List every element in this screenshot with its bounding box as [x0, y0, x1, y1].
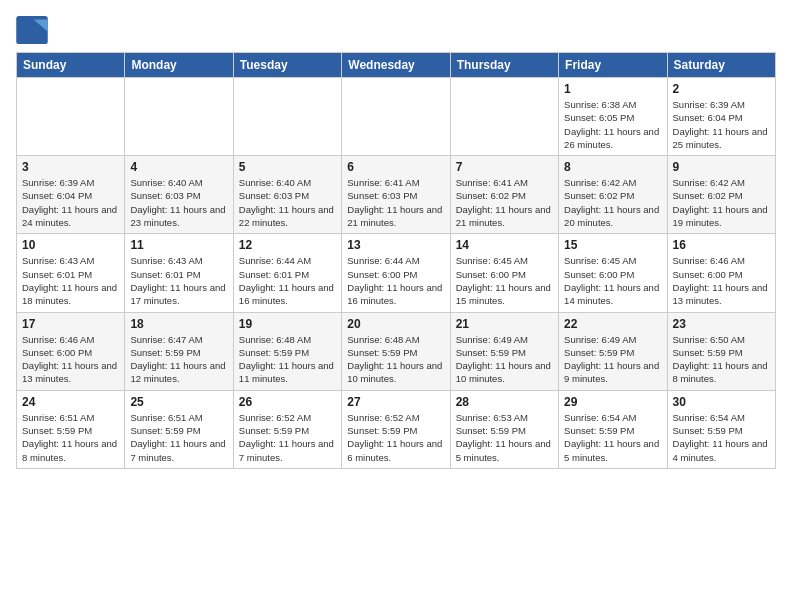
calendar-week-row: 3Sunrise: 6:39 AM Sunset: 6:04 PM Daylig…: [17, 156, 776, 234]
day-number: 1: [564, 82, 661, 96]
calendar-cell: 20Sunrise: 6:48 AM Sunset: 5:59 PM Dayli…: [342, 312, 450, 390]
day-number: 20: [347, 317, 444, 331]
day-info: Sunrise: 6:44 AM Sunset: 6:00 PM Dayligh…: [347, 254, 444, 307]
day-number: 25: [130, 395, 227, 409]
header: [16, 16, 776, 44]
calendar-cell: 28Sunrise: 6:53 AM Sunset: 5:59 PM Dayli…: [450, 390, 558, 468]
calendar-week-row: 24Sunrise: 6:51 AM Sunset: 5:59 PM Dayli…: [17, 390, 776, 468]
day-info: Sunrise: 6:53 AM Sunset: 5:59 PM Dayligh…: [456, 411, 553, 464]
day-info: Sunrise: 6:54 AM Sunset: 5:59 PM Dayligh…: [564, 411, 661, 464]
calendar-cell: 12Sunrise: 6:44 AM Sunset: 6:01 PM Dayli…: [233, 234, 341, 312]
day-number: 10: [22, 238, 119, 252]
day-number: 6: [347, 160, 444, 174]
day-number: 19: [239, 317, 336, 331]
day-info: Sunrise: 6:52 AM Sunset: 5:59 PM Dayligh…: [347, 411, 444, 464]
weekday-header: Thursday: [450, 53, 558, 78]
day-info: Sunrise: 6:46 AM Sunset: 6:00 PM Dayligh…: [22, 333, 119, 386]
day-info: Sunrise: 6:48 AM Sunset: 5:59 PM Dayligh…: [347, 333, 444, 386]
day-number: 29: [564, 395, 661, 409]
calendar-cell: 9Sunrise: 6:42 AM Sunset: 6:02 PM Daylig…: [667, 156, 775, 234]
weekday-header: Monday: [125, 53, 233, 78]
weekday-header: Friday: [559, 53, 667, 78]
calendar-cell: 3Sunrise: 6:39 AM Sunset: 6:04 PM Daylig…: [17, 156, 125, 234]
day-number: 12: [239, 238, 336, 252]
calendar-cell: 19Sunrise: 6:48 AM Sunset: 5:59 PM Dayli…: [233, 312, 341, 390]
day-number: 14: [456, 238, 553, 252]
calendar-cell: [342, 78, 450, 156]
day-info: Sunrise: 6:39 AM Sunset: 6:04 PM Dayligh…: [673, 98, 770, 151]
calendar-cell: 18Sunrise: 6:47 AM Sunset: 5:59 PM Dayli…: [125, 312, 233, 390]
day-number: 17: [22, 317, 119, 331]
logo: [16, 16, 52, 44]
calendar-cell: 23Sunrise: 6:50 AM Sunset: 5:59 PM Dayli…: [667, 312, 775, 390]
weekday-header: Tuesday: [233, 53, 341, 78]
logo-icon: [16, 16, 48, 44]
day-info: Sunrise: 6:49 AM Sunset: 5:59 PM Dayligh…: [564, 333, 661, 386]
calendar-cell: 5Sunrise: 6:40 AM Sunset: 6:03 PM Daylig…: [233, 156, 341, 234]
day-info: Sunrise: 6:42 AM Sunset: 6:02 PM Dayligh…: [564, 176, 661, 229]
day-number: 11: [130, 238, 227, 252]
weekday-header: Sunday: [17, 53, 125, 78]
day-info: Sunrise: 6:45 AM Sunset: 6:00 PM Dayligh…: [456, 254, 553, 307]
day-info: Sunrise: 6:39 AM Sunset: 6:04 PM Dayligh…: [22, 176, 119, 229]
day-number: 28: [456, 395, 553, 409]
day-number: 9: [673, 160, 770, 174]
day-info: Sunrise: 6:49 AM Sunset: 5:59 PM Dayligh…: [456, 333, 553, 386]
calendar-cell: [17, 78, 125, 156]
calendar-cell: [450, 78, 558, 156]
day-info: Sunrise: 6:52 AM Sunset: 5:59 PM Dayligh…: [239, 411, 336, 464]
day-info: Sunrise: 6:42 AM Sunset: 6:02 PM Dayligh…: [673, 176, 770, 229]
calendar-cell: 27Sunrise: 6:52 AM Sunset: 5:59 PM Dayli…: [342, 390, 450, 468]
weekday-header: Wednesday: [342, 53, 450, 78]
calendar-cell: 7Sunrise: 6:41 AM Sunset: 6:02 PM Daylig…: [450, 156, 558, 234]
calendar-cell: 24Sunrise: 6:51 AM Sunset: 5:59 PM Dayli…: [17, 390, 125, 468]
day-number: 8: [564, 160, 661, 174]
day-number: 7: [456, 160, 553, 174]
day-number: 30: [673, 395, 770, 409]
calendar-week-row: 10Sunrise: 6:43 AM Sunset: 6:01 PM Dayli…: [17, 234, 776, 312]
day-info: Sunrise: 6:47 AM Sunset: 5:59 PM Dayligh…: [130, 333, 227, 386]
calendar-cell: 16Sunrise: 6:46 AM Sunset: 6:00 PM Dayli…: [667, 234, 775, 312]
calendar-cell: 26Sunrise: 6:52 AM Sunset: 5:59 PM Dayli…: [233, 390, 341, 468]
day-number: 16: [673, 238, 770, 252]
calendar-cell: [233, 78, 341, 156]
calendar-cell: 2Sunrise: 6:39 AM Sunset: 6:04 PM Daylig…: [667, 78, 775, 156]
calendar-cell: 30Sunrise: 6:54 AM Sunset: 5:59 PM Dayli…: [667, 390, 775, 468]
day-info: Sunrise: 6:45 AM Sunset: 6:00 PM Dayligh…: [564, 254, 661, 307]
day-number: 22: [564, 317, 661, 331]
day-info: Sunrise: 6:41 AM Sunset: 6:02 PM Dayligh…: [456, 176, 553, 229]
calendar-cell: 21Sunrise: 6:49 AM Sunset: 5:59 PM Dayli…: [450, 312, 558, 390]
day-number: 23: [673, 317, 770, 331]
day-number: 2: [673, 82, 770, 96]
day-info: Sunrise: 6:40 AM Sunset: 6:03 PM Dayligh…: [239, 176, 336, 229]
calendar-cell: 25Sunrise: 6:51 AM Sunset: 5:59 PM Dayli…: [125, 390, 233, 468]
day-info: Sunrise: 6:51 AM Sunset: 5:59 PM Dayligh…: [130, 411, 227, 464]
day-number: 26: [239, 395, 336, 409]
calendar-cell: 29Sunrise: 6:54 AM Sunset: 5:59 PM Dayli…: [559, 390, 667, 468]
calendar-cell: 10Sunrise: 6:43 AM Sunset: 6:01 PM Dayli…: [17, 234, 125, 312]
day-info: Sunrise: 6:44 AM Sunset: 6:01 PM Dayligh…: [239, 254, 336, 307]
day-info: Sunrise: 6:41 AM Sunset: 6:03 PM Dayligh…: [347, 176, 444, 229]
day-info: Sunrise: 6:43 AM Sunset: 6:01 PM Dayligh…: [130, 254, 227, 307]
calendar-cell: 15Sunrise: 6:45 AM Sunset: 6:00 PM Dayli…: [559, 234, 667, 312]
day-number: 24: [22, 395, 119, 409]
day-info: Sunrise: 6:48 AM Sunset: 5:59 PM Dayligh…: [239, 333, 336, 386]
calendar-cell: 4Sunrise: 6:40 AM Sunset: 6:03 PM Daylig…: [125, 156, 233, 234]
day-number: 27: [347, 395, 444, 409]
calendar: SundayMondayTuesdayWednesdayThursdayFrid…: [16, 52, 776, 469]
day-number: 4: [130, 160, 227, 174]
day-info: Sunrise: 6:43 AM Sunset: 6:01 PM Dayligh…: [22, 254, 119, 307]
day-info: Sunrise: 6:50 AM Sunset: 5:59 PM Dayligh…: [673, 333, 770, 386]
calendar-cell: 17Sunrise: 6:46 AM Sunset: 6:00 PM Dayli…: [17, 312, 125, 390]
calendar-cell: 8Sunrise: 6:42 AM Sunset: 6:02 PM Daylig…: [559, 156, 667, 234]
day-info: Sunrise: 6:40 AM Sunset: 6:03 PM Dayligh…: [130, 176, 227, 229]
calendar-cell: 1Sunrise: 6:38 AM Sunset: 6:05 PM Daylig…: [559, 78, 667, 156]
calendar-cell: 22Sunrise: 6:49 AM Sunset: 5:59 PM Dayli…: [559, 312, 667, 390]
calendar-cell: [125, 78, 233, 156]
day-info: Sunrise: 6:51 AM Sunset: 5:59 PM Dayligh…: [22, 411, 119, 464]
day-info: Sunrise: 6:54 AM Sunset: 5:59 PM Dayligh…: [673, 411, 770, 464]
day-info: Sunrise: 6:38 AM Sunset: 6:05 PM Dayligh…: [564, 98, 661, 151]
calendar-header-row: SundayMondayTuesdayWednesdayThursdayFrid…: [17, 53, 776, 78]
calendar-week-row: 17Sunrise: 6:46 AM Sunset: 6:00 PM Dayli…: [17, 312, 776, 390]
day-number: 21: [456, 317, 553, 331]
